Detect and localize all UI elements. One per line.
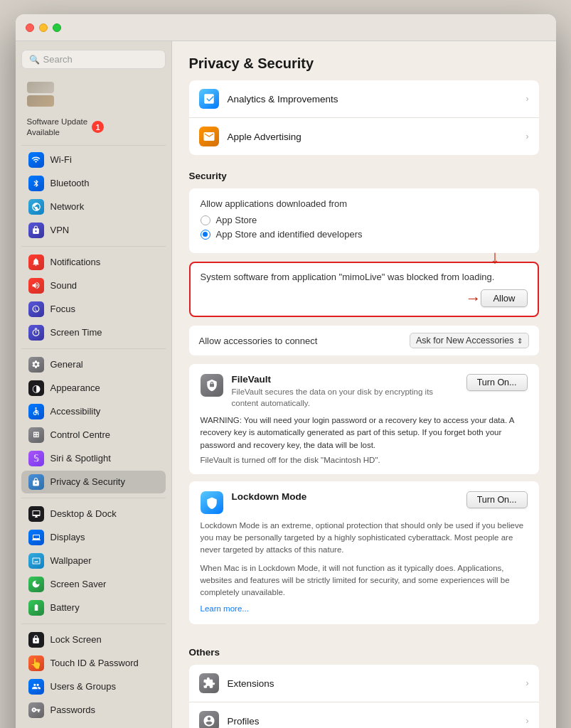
- sidebar-item-vpn[interactable]: VPN: [21, 219, 166, 242]
- sidebar-item-lockscreen[interactable]: Lock Screen: [21, 628, 166, 651]
- search-placeholder: Search: [43, 54, 73, 65]
- system-preferences-window: 🔍 Search Software Update Available 1: [16, 14, 556, 728]
- main-panel: Privacy & Security Analytics & Improveme…: [172, 41, 556, 728]
- filevault-header: FileVault FileVault secures the data on …: [201, 374, 528, 409]
- accessories-select[interactable]: Ask for New Accessories ⇕: [410, 333, 529, 348]
- advertising-label: Apple Advertising: [228, 132, 301, 142]
- wifi-icon: [28, 152, 44, 168]
- sidebar-item-accessibility[interactable]: Accessibility: [21, 400, 166, 423]
- avatar: [27, 82, 54, 107]
- extensions-chevron: ›: [526, 678, 529, 688]
- analytics-label: Analytics & Improvements: [228, 94, 338, 105]
- allow-button[interactable]: Allow: [481, 289, 527, 307]
- notifications-icon: [28, 255, 44, 270]
- allow-apps-box: Allow applications downloaded from App S…: [189, 188, 539, 253]
- sidebar-item-appearance[interactable]: ◑ Appearance: [21, 377, 166, 400]
- sidebar-item-passwords[interactable]: Passwords: [21, 699, 166, 722]
- search-box[interactable]: 🔍 Search: [21, 50, 166, 69]
- profiles-row[interactable]: Profiles ›: [189, 702, 539, 728]
- accessories-chevron-icon: ⇕: [517, 337, 523, 345]
- sidebar-item-desktop[interactable]: Desktop & Dock: [21, 503, 166, 525]
- sidebar-item-label: Sound: [50, 280, 78, 291]
- software-update-item[interactable]: Software Update Available 1: [21, 117, 166, 138]
- sidebar-item-network[interactable]: Network: [21, 196, 166, 218]
- advertising-chevron: ›: [526, 132, 529, 141]
- extensions-label: Extensions: [228, 678, 274, 689]
- lockdown-box: Lockdown Mode Turn On... Lockdown Mode i…: [189, 481, 539, 625]
- sidebar-item-wallpaper[interactable]: Wallpaper: [21, 550, 166, 572]
- touchid-icon: 👆: [28, 655, 44, 671]
- radio-appstore[interactable]: [201, 215, 210, 225]
- learn-more-link[interactable]: Learn more...: [201, 604, 249, 613]
- extensions-icon: [199, 673, 219, 693]
- appearance-icon: ◑: [28, 380, 44, 396]
- minimize-button[interactable]: [39, 23, 48, 32]
- search-icon: 🔍: [29, 55, 40, 65]
- lockdown-icon: [201, 491, 223, 514]
- radio-identified[interactable]: [201, 230, 210, 240]
- wallpaper-icon: [28, 553, 44, 569]
- sidebar-item-wifi[interactable]: Wi-Fi: [21, 149, 166, 171]
- profiles-icon: [199, 711, 219, 728]
- radio-identified-label: App Store and identified developers: [216, 229, 363, 240]
- profiles-chevron: ›: [526, 716, 529, 726]
- sidebar-item-general[interactable]: General: [21, 353, 166, 376]
- filevault-turn-on-button[interactable]: Turn On...: [466, 374, 528, 391]
- sidebar-item-screensaver[interactable]: Screen Saver: [21, 573, 166, 596]
- sidebar: 🔍 Search Software Update Available 1: [16, 41, 172, 728]
- sidebar-item-label: Passwords: [50, 705, 96, 715]
- sidebar-item-battery[interactable]: Battery: [21, 596, 166, 619]
- sidebar-item-siri[interactable]: 𝕊 Siri & Spotlight: [21, 447, 166, 470]
- extensions-row[interactable]: Extensions ›: [189, 665, 539, 702]
- svg-point-0: [35, 407, 36, 409]
- sidebar-item-controlcentre[interactable]: ⊞ Control Centre: [21, 424, 166, 446]
- sidebar-item-touchid[interactable]: 👆 Touch ID & Password: [21, 652, 166, 675]
- accessibility-icon: [28, 404, 44, 419]
- sidebar-item-privacy[interactable]: Privacy & Security: [21, 471, 166, 493]
- sidebar-item-label: Screen Saver: [50, 579, 107, 589]
- focus-icon: [28, 301, 44, 317]
- blocked-notice-box: System software from application "mimoLi…: [189, 262, 539, 317]
- sidebar-item-sound[interactable]: Sound: [21, 274, 166, 297]
- advertising-row[interactable]: Apple Advertising ›: [189, 117, 539, 155]
- update-label: Software Update Available: [27, 117, 88, 138]
- sidebar-item-label: Bluetooth: [50, 178, 90, 188]
- sidebar-item-bluetooth[interactable]: Bluetooth: [21, 172, 166, 195]
- sidebar-item-label: Wallpaper: [50, 555, 92, 566]
- titlebar: [16, 14, 556, 41]
- analytics-row[interactable]: Analytics & Improvements ›: [189, 80, 539, 117]
- sidebar-item-label: Notifications: [50, 257, 101, 267]
- sidebar-item-label: Users & Groups: [50, 681, 116, 692]
- passwords-icon: [28, 702, 44, 718]
- sidebar-item-label: Desktop & Dock: [50, 508, 117, 519]
- network-icon: [28, 199, 44, 215]
- lockdown-turn-on-button[interactable]: Turn On...: [466, 491, 528, 508]
- sidebar-item-label: Battery: [50, 602, 80, 613]
- sidebar-item-label: Appearance: [50, 382, 100, 393]
- close-button[interactable]: [26, 23, 34, 32]
- sidebar-item-users[interactable]: Users & Groups: [21, 675, 166, 698]
- sidebar-item-notifications[interactable]: Notifications: [21, 251, 166, 274]
- accessories-label: Allow accessories to connect: [199, 336, 318, 346]
- filevault-icon: [201, 374, 223, 397]
- lockdown-title: Lockdown Mode: [232, 491, 458, 502]
- sidebar-item-label: Siri & Spotlight: [50, 453, 111, 464]
- sidebar-item-displays[interactable]: Displays: [21, 526, 166, 549]
- sidebar-item-label: Privacy & Security: [50, 476, 125, 487]
- sidebar-item-label: Screen Time: [50, 327, 102, 338]
- filevault-box: FileVault FileVault secures the data on …: [189, 364, 539, 474]
- security-title: Security: [189, 165, 539, 181]
- sidebar-item-label: Network: [50, 201, 85, 212]
- sidebar-item-focus[interactable]: Focus: [21, 298, 166, 321]
- general-icon: [28, 357, 44, 373]
- profiles-label: Profiles: [228, 716, 260, 727]
- user-profile[interactable]: [21, 77, 166, 111]
- radio-identified-row[interactable]: App Store and identified developers: [201, 229, 528, 240]
- screentime-icon: [28, 325, 44, 341]
- radio-appstore-row[interactable]: App Store: [201, 215, 528, 225]
- controlcentre-icon: ⊞: [28, 427, 44, 443]
- maximize-button[interactable]: [53, 23, 61, 32]
- traffic-lights: [26, 23, 61, 32]
- sidebar-item-screentime[interactable]: Screen Time: [21, 321, 166, 344]
- sidebar-item-label: Lock Screen: [50, 634, 102, 645]
